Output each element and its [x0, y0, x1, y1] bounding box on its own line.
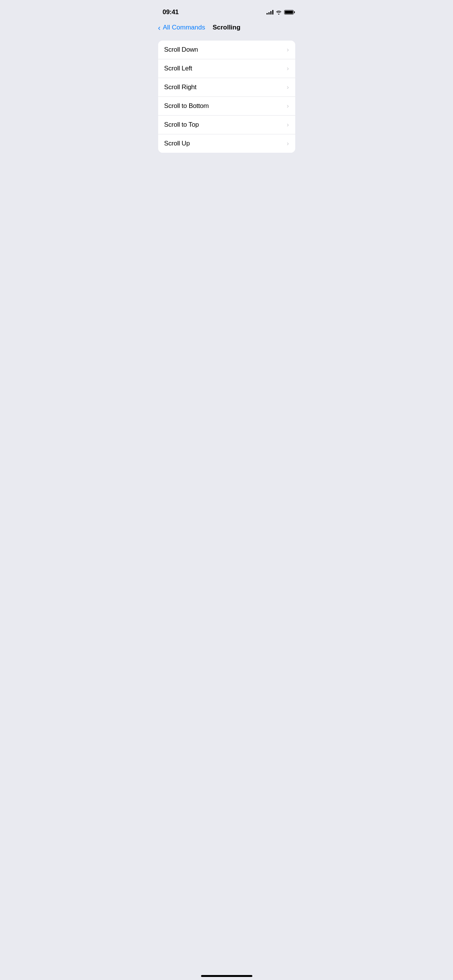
signal-bar-2 [268, 12, 270, 15]
list-item-scroll-right[interactable]: Scroll Right › [158, 78, 295, 97]
chevron-right-icon: › [287, 140, 289, 147]
list-item-label: Scroll Down [164, 46, 198, 54]
status-bar: 09:41 [152, 0, 301, 19]
signal-bar-3 [270, 11, 271, 15]
list-item-label: Scroll Up [164, 140, 190, 147]
back-button[interactable]: ‹ All Commands [158, 24, 205, 31]
back-label: All Commands [163, 24, 205, 31]
signal-bar-4 [272, 10, 273, 15]
signal-bar-1 [267, 13, 268, 15]
list-item-scroll-down[interactable]: Scroll Down › [158, 41, 295, 59]
list-item-scroll-up[interactable]: Scroll Up › [158, 134, 295, 153]
nav-header: ‹ All Commands Scrolling [152, 19, 301, 38]
page-title: Scrolling [213, 24, 240, 31]
list-item-label: Scroll Left [164, 65, 192, 72]
chevron-right-icon: › [287, 102, 289, 110]
list-item-scroll-left[interactable]: Scroll Left › [158, 59, 295, 78]
list-item-label: Scroll Right [164, 83, 197, 91]
chevron-right-icon: › [287, 121, 289, 129]
status-icons [267, 10, 294, 15]
scroll-commands-list: Scroll Down › Scroll Left › Scroll Right… [158, 41, 295, 153]
list-item-label: Scroll to Bottom [164, 102, 209, 110]
list-item-scroll-to-top[interactable]: Scroll to Top › [158, 116, 295, 134]
chevron-right-icon: › [287, 65, 289, 72]
battery-fill [285, 11, 293, 14]
list-item-scroll-to-bottom[interactable]: Scroll to Bottom › [158, 97, 295, 116]
chevron-right-icon: › [287, 46, 289, 54]
battery-icon [284, 10, 294, 15]
back-chevron-icon: ‹ [158, 24, 161, 31]
list-item-label: Scroll to Top [164, 121, 199, 129]
signal-icon [267, 10, 273, 15]
status-time: 09:41 [163, 8, 179, 16]
wifi-icon [276, 10, 282, 15]
chevron-right-icon: › [287, 83, 289, 91]
